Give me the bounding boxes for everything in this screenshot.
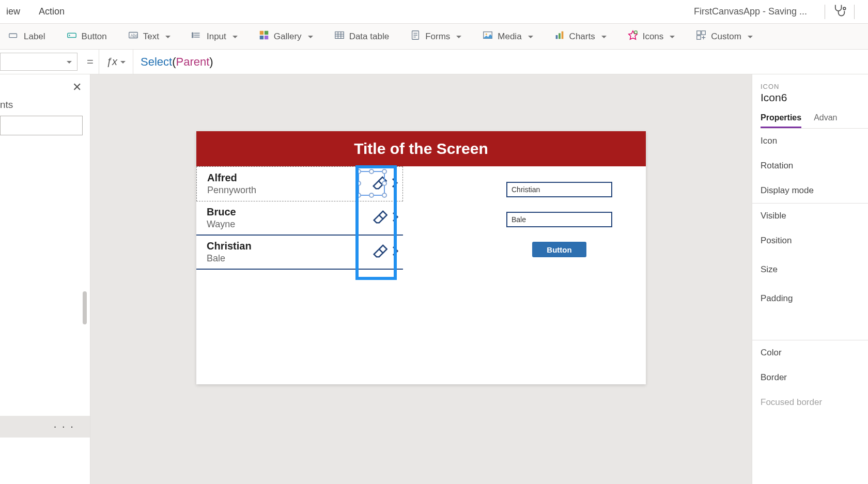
screen-title: Title of the Screen — [196, 131, 646, 166]
prop-rotation[interactable]: Rotation — [761, 153, 868, 178]
forms-icon — [410, 29, 421, 43]
svg-rect-23 — [697, 36, 701, 39]
menubar: iew Action FirstCanvasApp - Saving ... — [0, 0, 868, 24]
tab-properties[interactable]: Properties — [761, 113, 801, 128]
svg-point-0 — [843, 7, 846, 10]
gallery-item-firstname: Alfred — [207, 171, 396, 184]
svg-rect-17 — [555, 35, 557, 39]
svg-point-20 — [634, 31, 637, 34]
datatable-icon — [334, 29, 345, 43]
svg-point-7 — [192, 35, 193, 36]
canvas-area: Title of the Screen Alfred Pennyworth — [90, 74, 752, 484]
fx-button[interactable]: ƒx — [99, 50, 133, 74]
insert-forms-dropdown[interactable]: Forms — [407, 27, 464, 45]
insert-ribbon: Label Button Abc Text Input Gallery Data… — [0, 24, 868, 50]
insert-custom-dropdown[interactable]: Custom — [692, 27, 756, 45]
svg-rect-10 — [265, 31, 268, 35]
prop-border[interactable]: Border — [761, 365, 868, 390]
app-screen: Title of the Screen Alfred Pennyworth — [196, 131, 646, 384]
svg-rect-13 — [335, 32, 344, 39]
divider — [854, 5, 855, 19]
formula-function: Select — [141, 55, 172, 69]
chevron-right-icon[interactable] — [392, 211, 399, 225]
svg-rect-11 — [260, 36, 264, 39]
svg-rect-22 — [702, 31, 705, 35]
svg-rect-19 — [561, 32, 563, 39]
svg-rect-9 — [260, 31, 264, 35]
chevron-right-icon[interactable] — [391, 177, 398, 191]
formula-input[interactable]: Select(Parent) — [133, 50, 868, 74]
gallery-icon — [258, 29, 270, 43]
text-icon: Abc — [128, 29, 139, 43]
equals-sign: = — [82, 50, 99, 74]
gallery-item-lastname: Pennyworth — [207, 184, 396, 196]
formula-bar: = ƒx Select(Parent) — [0, 50, 868, 74]
formula-arg: Parent — [176, 55, 209, 69]
svg-point-3 — [69, 35, 70, 36]
insert-charts-dropdown[interactable]: Charts — [551, 27, 610, 45]
gallery[interactable]: Alfred Pennyworth — [196, 166, 403, 270]
gallery-item-lastname: Wayne — [207, 218, 397, 230]
svg-rect-12 — [265, 36, 268, 39]
gallery-item-firstname: Bruce — [207, 206, 397, 218]
input-icon — [191, 29, 203, 43]
svg-point-8 — [192, 36, 193, 37]
svg-point-6 — [192, 33, 193, 34]
gallery-item[interactable]: Bruce Wayne — [196, 201, 403, 236]
erase-icon[interactable] — [372, 243, 388, 261]
submit-button[interactable]: Button — [532, 242, 586, 257]
prop-size[interactable]: Size — [761, 257, 868, 282]
insert-datatable-button[interactable]: Data table — [331, 27, 393, 45]
insert-input-dropdown[interactable]: Input — [188, 27, 241, 45]
svg-rect-21 — [697, 31, 701, 35]
gallery-item-lastname: Bale — [207, 253, 397, 264]
tree-selected-item[interactable]: · · · — [0, 416, 90, 438]
insert-label-button[interactable]: Label — [5, 27, 49, 45]
prop-color[interactable]: Color — [761, 340, 868, 365]
lastname-input[interactable] — [506, 212, 612, 227]
insert-gallery-dropdown[interactable]: Gallery — [255, 27, 316, 45]
svg-rect-1 — [9, 34, 17, 37]
insert-icons-dropdown[interactable]: Icons — [624, 27, 678, 45]
media-icon — [482, 29, 493, 43]
firstname-input[interactable] — [506, 182, 612, 197]
tab-advanced[interactable]: Advan — [814, 113, 837, 128]
prop-focused-border[interactable]: Focused border — [761, 390, 868, 415]
property-dropdown[interactable] — [0, 53, 78, 71]
erase-icon[interactable] — [372, 209, 388, 227]
insert-button-button[interactable]: Button — [63, 27, 110, 45]
label-icon — [8, 29, 20, 43]
svg-rect-18 — [559, 33, 561, 39]
prop-icon[interactable]: Icon — [761, 129, 868, 153]
svg-text:Abc: Abc — [130, 34, 137, 38]
menu-action[interactable]: Action — [39, 6, 65, 17]
insert-text-dropdown[interactable]: Abc Text — [125, 27, 174, 45]
chevron-right-icon[interactable] — [392, 245, 399, 259]
insert-media-dropdown[interactable]: Media — [479, 27, 536, 45]
custom-icon — [695, 29, 707, 43]
tree-view-pane: ✕ nts · · · — [0, 74, 90, 484]
gallery-item[interactable]: Christian Bale — [196, 236, 403, 270]
properties-pane: ICON Icon6 Properties Advan Icon Rotatio… — [752, 74, 868, 484]
gallery-item[interactable]: Alfred Pennyworth — [196, 166, 403, 201]
document-title: FirstCanvasApp - Saving ... — [694, 6, 817, 17]
menu-view[interactable]: iew — [6, 6, 20, 17]
control-name[interactable]: Icon6 — [761, 91, 868, 104]
charts-icon — [554, 29, 565, 43]
button-icon — [66, 29, 78, 43]
app-checker-icon[interactable] — [832, 3, 847, 20]
svg-point-16 — [486, 34, 487, 35]
prop-padding[interactable]: Padding — [761, 286, 868, 311]
erase-icon[interactable] — [371, 175, 387, 193]
scrollbar-thumb[interactable] — [83, 291, 87, 324]
close-icon[interactable]: ✕ — [72, 81, 82, 94]
edit-form: Button — [403, 166, 612, 270]
divider — [825, 5, 825, 19]
control-type-label: ICON — [761, 83, 868, 90]
gallery-item-firstname: Christian — [207, 240, 397, 253]
tree-search-input[interactable] — [0, 116, 83, 135]
prop-visible[interactable]: Visible — [761, 204, 868, 228]
prop-display-mode[interactable]: Display mode — [761, 178, 868, 203]
icons-icon — [627, 29, 639, 43]
prop-position[interactable]: Position — [761, 228, 868, 253]
